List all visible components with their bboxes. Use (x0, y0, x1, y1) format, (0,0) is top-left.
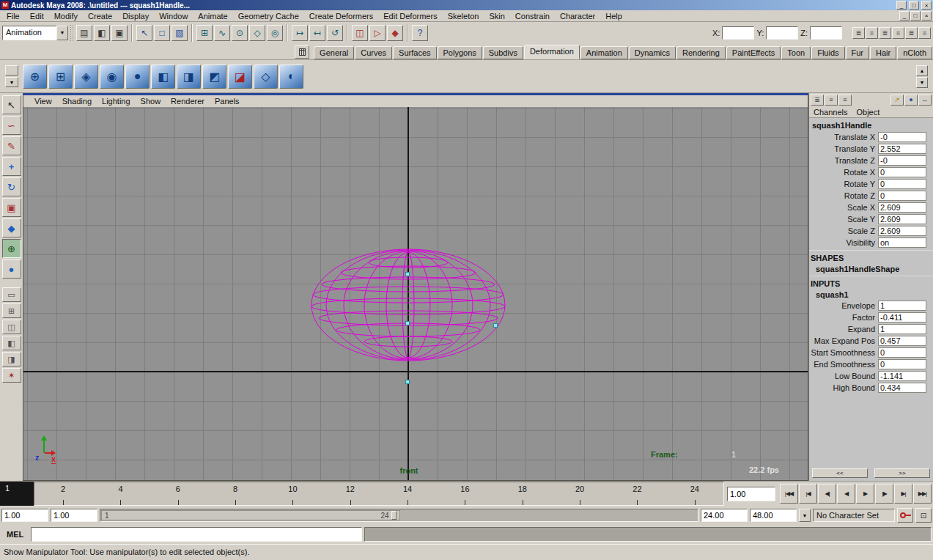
snap-to-point-button[interactable]: ⊙ (232, 25, 248, 41)
channel-manip-arrow-button[interactable]: ↗ (890, 95, 904, 106)
shelf-tab[interactable]: Polygons (438, 46, 482, 59)
titlebar[interactable]: M Autodesk Maya 2008: .\untitled --- squ… (0, 0, 933, 10)
channel-label[interactable]: Translate X (809, 133, 878, 141)
shelf-cluster-icon[interactable]: ◉ (100, 65, 124, 89)
go-to-start-button[interactable]: |◀◀ (780, 484, 798, 504)
squash-sphere-wireframe[interactable] (306, 243, 511, 366)
shelf-scroll-down-button[interactable]: ▼ (916, 77, 928, 88)
construction-history-button[interactable]: ↺ (327, 25, 343, 41)
auto-keyframe-button[interactable] (897, 508, 913, 523)
shelf-tab[interactable]: General (314, 46, 354, 59)
character-set-dropdown-button[interactable]: ▼ (799, 509, 811, 522)
render-current-frame-button[interactable]: ◫ (352, 25, 368, 41)
toggle-ui-elements-button[interactable]: ≣ (905, 27, 918, 39)
animation-end-input[interactable] (750, 509, 797, 522)
viewport-menu-item[interactable]: Shading (57, 97, 97, 106)
menubar-item[interactable]: Animate (193, 11, 232, 21)
toggle-ui-elements-button[interactable]: ≡ (866, 27, 878, 39)
shelf-wave-deformer-icon[interactable]: ◐ (279, 65, 303, 89)
mel-command-input[interactable] (31, 527, 362, 542)
shelf-tab[interactable]: Surfaces (393, 46, 436, 59)
menubar-item[interactable]: File (1, 11, 25, 21)
move-tool-button[interactable]: + (2, 157, 21, 176)
timeline-frame-cell[interactable]: 12 (322, 482, 379, 505)
channel-value-field[interactable]: 0.434 (878, 383, 926, 393)
menubar-item[interactable]: Modify (49, 11, 83, 21)
input-connections-button[interactable]: ↦ (292, 25, 308, 41)
channel-label[interactable]: Translate Y (809, 144, 878, 153)
channel-value-field[interactable]: 2.609 (878, 214, 926, 224)
step-forward-frame-button[interactable]: |▶ (875, 484, 893, 504)
timeline-frame-cell[interactable]: 14 (379, 482, 436, 505)
selected-node-name[interactable]: squash1Handle (809, 118, 933, 131)
menubar-item[interactable]: Skeleton (443, 11, 484, 21)
input-node-name[interactable]: squash1 (809, 289, 933, 300)
channel-label[interactable]: Start Smoothness (809, 348, 878, 357)
menubar-item[interactable]: Edit (25, 11, 49, 21)
expand-pane-button[interactable]: >> (874, 468, 930, 478)
shelf-soft-mod-icon[interactable]: ● (125, 65, 150, 89)
timeline-frame-cell[interactable]: 10 (264, 482, 321, 505)
shelf-options-button[interactable] (5, 65, 18, 75)
trash-button[interactable] (295, 45, 309, 59)
play-forward-button[interactable]: ▶ (856, 484, 874, 504)
menubar-item[interactable]: Window (154, 11, 193, 21)
quick-help-button[interactable]: ? (412, 25, 428, 41)
front-viewport[interactable]: z x front Frame: 1 22.2 fps (23, 107, 808, 480)
show-manipulator-tool-button[interactable]: ⊕ (2, 239, 21, 258)
shelf-tab[interactable]: Dynamics (629, 46, 676, 59)
snap-to-grid-button[interactable]: ⊞ (196, 25, 213, 41)
current-frame-marker[interactable]: 1 (0, 482, 34, 506)
channel-label[interactable]: Rotate Z (809, 191, 878, 200)
squash-bottom-manipulator-handle[interactable] (405, 380, 410, 384)
channel-value-field[interactable]: 1 (878, 324, 926, 334)
make-live-button[interactable]: ◎ (267, 25, 283, 41)
channel-label[interactable]: Translate Z (809, 156, 878, 165)
persp-outliner-layout-button[interactable]: ◧ (2, 336, 21, 350)
playback-end-input[interactable] (701, 509, 748, 522)
menu-set-dropdown-icon[interactable]: ▼ (56, 26, 68, 40)
shelf-tab[interactable]: Toon (781, 46, 811, 59)
channel-label[interactable]: Rotate X (809, 168, 878, 177)
menubar-item[interactable]: Display (117, 11, 154, 21)
timeline-frame-cell[interactable]: 18 (494, 482, 551, 505)
channel-value-field[interactable]: -0 (878, 132, 926, 142)
menubar-item[interactable]: Create (83, 11, 117, 21)
z-coordinate-input[interactable] (810, 26, 842, 40)
shelf-sine-deformer-icon[interactable]: ◩ (202, 65, 226, 89)
toggle-ui-elements-button[interactable]: ≡ (892, 27, 904, 39)
shelf-tab[interactable]: Subdivs (483, 46, 523, 59)
channel-value-field[interactable]: 0 (878, 167, 926, 177)
close-button[interactable]: × (921, 1, 932, 10)
toggle-ui-elements-button[interactable]: ≣ (879, 27, 891, 39)
channel-value-field[interactable]: 0 (878, 179, 926, 189)
timeline-frame-cell[interactable]: 2 (34, 482, 92, 505)
playback-range-bar[interactable]: 1 24 (101, 510, 400, 520)
shelf-tab[interactable]: Fluids (811, 46, 844, 59)
shelf-bend-deformer-icon[interactable]: ◧ (151, 65, 175, 89)
shelf-tab[interactable]: nCloth (897, 46, 932, 59)
save-scene-button[interactable]: ▣ (111, 25, 128, 41)
channel-label[interactable]: Max Expand Pos (809, 336, 878, 345)
channel-label[interactable]: Scale Z (809, 226, 878, 235)
child-minimize-button[interactable]: _ (899, 11, 910, 21)
toggle-ui-elements-button[interactable]: ≡ (918, 27, 931, 39)
step-back-frame-button[interactable]: ◀| (818, 484, 836, 504)
channel-value-field[interactable]: 2.552 (878, 144, 926, 154)
channel-label[interactable]: Scale X (809, 203, 878, 212)
two-pane-layout-button[interactable]: ◫ (2, 320, 21, 334)
render-globals-button[interactable]: ◆ (387, 25, 403, 41)
step-forward-key-button[interactable]: ▶| (894, 484, 912, 504)
channel-value-field[interactable]: on (878, 237, 926, 248)
channel-label[interactable]: End Smoothness (809, 360, 878, 369)
y-coordinate-input[interactable] (766, 26, 798, 40)
channel-value-field[interactable]: 0.457 (878, 336, 926, 346)
shelf-blend-shape-icon[interactable]: ⊕ (23, 65, 47, 89)
channel-value-field[interactable]: 2.609 (878, 226, 926, 236)
shelf-twist-deformer-icon[interactable]: ◇ (254, 65, 278, 89)
snap-to-curve-button[interactable]: ∿ (214, 25, 230, 41)
channel-value-field[interactable]: 1 (878, 301, 926, 311)
viewport-menu-item[interactable]: Renderer (166, 97, 210, 106)
character-set-field[interactable]: No Character Set (813, 509, 895, 522)
menubar-item[interactable]: Edit Deformers (378, 11, 442, 21)
